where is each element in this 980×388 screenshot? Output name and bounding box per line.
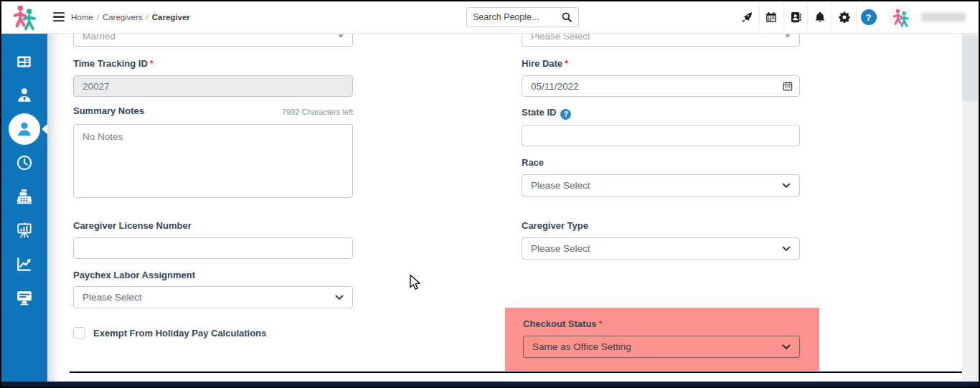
breadcrumb-separator: / [97,13,99,22]
search-people-box [466,7,579,27]
summary-notes-header: Summary Notes 7992 Characters left [73,105,353,116]
hire-date-field [522,75,800,97]
breadcrumb-current-page: Caregiver [152,13,190,22]
required-asterisk: * [565,58,568,69]
presentation-easel-icon [15,221,34,240]
sidebar-item-billing[interactable] [1,179,47,213]
summary-notes-label: Summary Notes [73,105,144,116]
exempt-holiday-row: Exempt From Holiday Pay Calculations [73,327,266,339]
sidebar-nav [1,33,47,382]
caregiver-type-label: Caregiver Type [522,220,588,231]
state-id-input[interactable] [522,125,800,146]
contacts-button[interactable] [783,1,808,33]
caregiver-license-input[interactable] [73,237,353,259]
app-window: Home / Caregivers / Caregiver [0,0,980,388]
sidebar-item-analytics[interactable] [1,247,47,280]
time-tracking-id-input [73,75,353,97]
chevron-down-icon [782,183,791,189]
time-clock-icon [15,153,34,172]
calendar-picker-icon[interactable] [782,80,793,92]
bell-icon [814,11,826,24]
caregiver-license-label: Caregiver License Number [73,220,192,231]
people-logo-icon [891,8,910,27]
summary-notes-textarea[interactable] [73,124,353,198]
breadcrumb-caregivers[interactable]: Caregivers [103,13,143,22]
exempt-holiday-checkbox[interactable] [73,327,85,339]
search-icon[interactable] [561,11,573,23]
cash-register-icon [15,187,34,206]
caregiver-type-value: Please Select [531,243,590,254]
search-input[interactable] [473,12,561,22]
line-chart-icon [15,255,34,273]
breadcrumb-home[interactable]: Home [71,13,93,22]
required-asterisk: * [150,58,154,69]
chevron-down-icon [335,295,344,301]
bottom-bar [1,382,979,387]
mouse-cursor [409,274,421,292]
user-avatar[interactable] [888,5,913,29]
exempt-holiday-label: Exempt From Holiday Pay Calculations [93,328,266,339]
app-logo[interactable] [1,1,47,33]
active-item-circle [9,113,40,145]
hire-date-input[interactable] [522,75,800,97]
header-icon-strip: ? [735,1,880,33]
race-label: Race [522,157,544,168]
user-name-blurred[interactable] [921,13,966,22]
paychex-labor-select[interactable]: Please Select [73,286,353,308]
caregiver-profile-icon [14,119,34,139]
help-button[interactable]: ? [856,1,880,33]
help-icon: ? [861,9,877,25]
scrollbar-track[interactable] [962,34,978,382]
state-id-label: State ID? [522,107,571,120]
gear-icon [838,11,851,24]
sidebar-item-caregiver-active[interactable] [1,112,47,146]
scrollbar-thumb[interactable] [962,35,978,101]
breadcrumb: Home / Caregivers / Caregiver [71,1,190,33]
race-value: Please Select [531,180,590,191]
state-id-help-icon[interactable]: ? [560,109,571,120]
settings-button[interactable] [831,1,856,33]
hire-date-label: Hire Date* [522,58,568,69]
checkout-status-select[interactable]: Same as Office Setting [523,336,800,358]
race-select[interactable]: Please Select [522,174,800,197]
caregiver-type-select[interactable]: Please Select [522,237,800,260]
top-bar: Home / Caregivers / Caregiver [1,1,979,34]
chevron-down-icon [785,34,791,38]
checkout-status-highlight: Checkout Status* Same as Office Setting [505,308,819,371]
section-divider-line [70,372,976,373]
calendar-icon [765,11,778,24]
sidebar-item-reports[interactable] [1,213,47,247]
newspaper-dashboard-icon [15,52,34,71]
active-item-notch [42,124,47,134]
chevron-down-icon [782,246,791,252]
sidebar-item-training[interactable] [1,280,47,314]
menu-hamburger-icon[interactable] [53,12,65,24]
characters-left-counter: 7992 Characters left [282,108,353,116]
chevron-down-icon [782,344,791,350]
sidebar-item-employees[interactable] [1,78,47,112]
main-content: Married Time Tracking ID* Summary Notes … [47,34,979,382]
time-tracking-id-label: Time Tracking ID* [73,58,154,69]
checkout-status-label: Checkout Status* [523,318,603,329]
paychex-labor-value: Please Select [83,292,142,303]
chevron-down-icon [338,34,344,38]
contact-book-icon [789,11,802,24]
notifications-button[interactable] [807,1,831,33]
checkout-status-value: Same as Office Setting [532,341,631,352]
sidebar-item-dashboard[interactable] [1,44,47,78]
required-asterisk: * [599,318,603,329]
people-logo-icon [11,4,38,31]
rocket-icon [740,11,753,24]
quick-launch-button[interactable] [735,1,759,33]
sidebar-item-time-tracking[interactable] [1,146,47,179]
monitor-icon [15,288,34,307]
calendar-button[interactable] [759,1,783,33]
employee-person-icon [15,86,34,105]
breadcrumb-separator: / [146,13,149,22]
paychex-labor-label: Paychex Labor Assignment [73,270,195,280]
